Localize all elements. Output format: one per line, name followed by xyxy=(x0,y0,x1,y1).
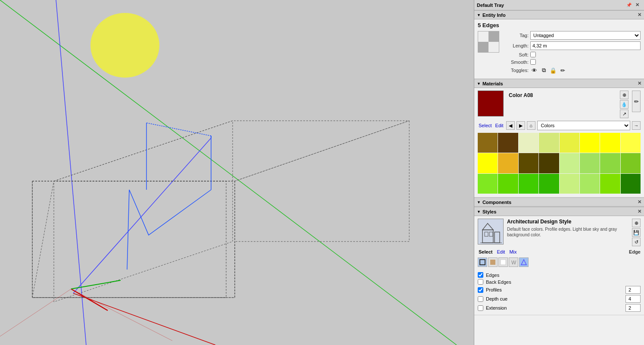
svg-rect-24 xyxy=(488,31,499,42)
color-cell[interactable] xyxy=(539,153,559,173)
color-cell[interactable] xyxy=(498,153,518,173)
style-create-btn[interactable]: ⊕ xyxy=(632,219,641,227)
color-cell[interactable] xyxy=(498,174,518,194)
tray-close-button[interactable]: ✕ xyxy=(633,1,641,9)
color-cell[interactable] xyxy=(519,133,538,153)
style-mix-tab[interactable]: Mix xyxy=(508,249,517,255)
length-label: Length: xyxy=(503,43,529,48)
color-cell[interactable] xyxy=(478,174,498,194)
pencil-tool-btn[interactable]: ✏ xyxy=(632,91,641,112)
style-name: Architectural Design Style xyxy=(507,219,628,225)
styles-title: Styles xyxy=(482,209,496,214)
tray-header: Default Tray 📌 ✕ xyxy=(474,0,644,10)
depth-cue-checkbox[interactable] xyxy=(478,296,483,302)
materials-select-tab[interactable]: Select xyxy=(478,122,493,129)
faces-tab-icon[interactable] xyxy=(488,257,498,267)
mat-forward-btn[interactable]: ▶ xyxy=(516,121,525,130)
entity-info-content: 5 Edges Tag: Untagged xyxy=(474,19,644,79)
color-cell[interactable] xyxy=(621,174,641,194)
mat-sample-btn[interactable]: 💧 xyxy=(620,100,628,109)
color-cell[interactable] xyxy=(478,153,498,173)
components-close[interactable]: ✕ xyxy=(638,199,641,205)
edges-label: Edges xyxy=(486,273,499,278)
tag-label: Tag: xyxy=(503,33,529,38)
entity-thumbnail xyxy=(478,31,499,53)
toggle-eye-icon[interactable]: 👁 xyxy=(530,66,538,74)
toggle-copy-icon[interactable]: ⧉ xyxy=(540,66,548,74)
color-cell[interactable] xyxy=(519,174,538,194)
color-cell[interactable] xyxy=(580,133,600,153)
color-cell[interactable] xyxy=(560,133,579,153)
mat-home-btn[interactable]: ⌂ xyxy=(527,121,535,130)
entity-info-close[interactable]: ✕ xyxy=(638,12,641,18)
soft-checkbox[interactable] xyxy=(530,52,536,57)
style-info: Architectural Design Style Default face … xyxy=(507,219,628,246)
background-tab-icon[interactable] xyxy=(498,257,508,267)
color-cell[interactable] xyxy=(560,153,579,173)
mat-arrow-btn[interactable]: ↗ xyxy=(620,110,628,118)
pin-button[interactable]: 📌 xyxy=(626,3,632,7)
color-cell[interactable] xyxy=(478,133,498,153)
mat-create-btn[interactable]: ⊕ xyxy=(620,91,628,99)
materials-dropdown[interactable]: Colors xyxy=(537,121,630,130)
depth-cue-number-input[interactable] xyxy=(625,295,641,303)
mat-apply-btn[interactable]: → xyxy=(632,121,641,130)
materials-title: Materials xyxy=(482,81,503,86)
color-cell[interactable] xyxy=(498,133,518,153)
entity-form: Tag: Untagged Length: Soft: Smooth: xyxy=(503,31,641,76)
modeling-tab-icon[interactable] xyxy=(519,257,529,267)
extension-checkbox[interactable] xyxy=(478,305,483,311)
svg-rect-26 xyxy=(488,42,499,52)
extension-number-input[interactable] xyxy=(625,304,641,312)
scene-3d xyxy=(0,0,474,345)
edges-checkbox[interactable] xyxy=(478,272,483,278)
color-grid-wrapper xyxy=(478,133,641,194)
color-cell[interactable] xyxy=(580,153,600,173)
profiles-number-input[interactable] xyxy=(625,286,641,294)
color-cell[interactable] xyxy=(580,174,600,194)
svg-marker-38 xyxy=(521,260,526,265)
back-edges-label: Back Edges xyxy=(486,279,511,285)
toggle-erase-icon[interactable]: ✏ xyxy=(559,66,566,74)
components-header[interactable]: ▼ Components ✕ xyxy=(474,198,644,207)
color-cell[interactable] xyxy=(621,153,641,173)
color-cell[interactable] xyxy=(600,133,620,153)
smooth-checkbox[interactable] xyxy=(530,59,536,65)
toggles-container: 👁 ⧉ 🔒 ✏ xyxy=(530,66,566,74)
style-side-buttons: ⊕ 💾 ↺ xyxy=(632,219,641,246)
color-cell[interactable] xyxy=(539,174,559,194)
styles-header[interactable]: ▼ Styles ✕ xyxy=(474,207,644,216)
style-select-tab[interactable]: Select xyxy=(478,249,493,255)
color-cell[interactable] xyxy=(519,153,538,173)
tag-select[interactable]: Untagged xyxy=(530,31,641,40)
styles-close[interactable]: ✕ xyxy=(638,209,641,214)
toggle-lock-icon[interactable]: 🔒 xyxy=(549,66,557,74)
style-thumbnail xyxy=(478,219,504,245)
color-cell[interactable] xyxy=(600,174,620,194)
viewport[interactable] xyxy=(0,0,474,345)
watermark-tab-icon[interactable]: W xyxy=(509,257,518,267)
materials-close[interactable]: ✕ xyxy=(638,81,641,86)
length-input[interactable] xyxy=(530,41,641,50)
back-edges-checkbox[interactable] xyxy=(478,279,483,285)
tray-title: Default Tray xyxy=(477,3,504,8)
profiles-checkbox[interactable] xyxy=(478,287,483,293)
color-cell[interactable] xyxy=(539,133,559,153)
style-apply-btn[interactable]: 💾 xyxy=(632,228,641,237)
style-edit-tab[interactable]: Edit xyxy=(496,249,506,255)
color-cell[interactable] xyxy=(560,174,579,194)
style-refresh-btn[interactable]: ↺ xyxy=(632,238,641,246)
materials-edit-tab[interactable]: Edit xyxy=(495,122,504,129)
materials-header[interactable]: ▼ Materials ✕ xyxy=(474,79,644,88)
edges-tab-icon[interactable] xyxy=(478,257,487,267)
styles-arrow: ▼ xyxy=(477,210,481,214)
color-cell[interactable] xyxy=(621,133,641,153)
entity-info-header[interactable]: ▼ Entity Info ✕ xyxy=(474,10,644,19)
styles-section: ▼ Styles ✕ xyxy=(474,207,644,315)
mat-back-btn[interactable]: ◀ xyxy=(506,121,515,130)
color-grid xyxy=(478,133,641,194)
color-cell[interactable] xyxy=(600,153,620,173)
svg-rect-34 xyxy=(480,260,485,265)
svg-text:W: W xyxy=(511,260,516,266)
soft-label: Soft: xyxy=(503,52,529,57)
